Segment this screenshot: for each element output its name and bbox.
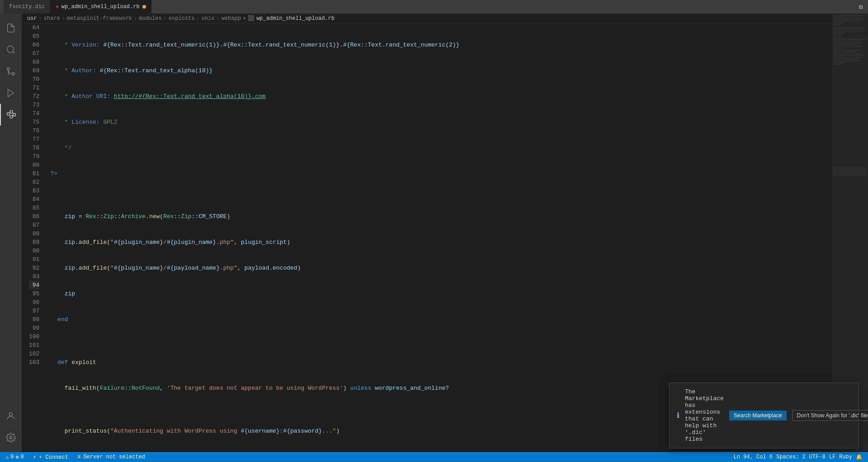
svg-rect-25	[834, 42, 863, 43]
notification-popup: ℹ The Marketplace has extensions that ca…	[669, 383, 859, 448]
layout-button[interactable]: ⊟	[857, 3, 864, 10]
activity-icon-account[interactable]	[0, 405, 22, 427]
svg-rect-34	[834, 59, 859, 60]
svg-rect-27	[834, 46, 863, 47]
bc-filename: wp_admin_shell_upload.rb	[256, 15, 335, 22]
svg-rect-7	[13, 113, 15, 116]
tab-fsocity[interactable]: fsocity.dic	[4, 0, 50, 14]
svg-rect-37	[834, 64, 840, 65]
svg-rect-12	[834, 17, 861, 18]
activity-icon-files[interactable]	[0, 17, 22, 39]
bc-metasploit: metasploit-framework	[67, 15, 132, 22]
svg-rect-36	[834, 62, 845, 63]
svg-rect-29	[834, 50, 859, 51]
svg-rect-21	[834, 34, 842, 35]
status-spaces[interactable]: Spaces: 2	[774, 454, 807, 460]
svg-rect-13	[834, 19, 863, 20]
status-server[interactable]: ≡ Server not selected	[75, 452, 147, 462]
svg-rect-20	[834, 33, 845, 33]
activity-icon-run[interactable]	[0, 82, 22, 104]
tab-fsocity-label: fsocity.dic	[9, 4, 45, 10]
svg-rect-30	[834, 51, 856, 52]
svg-rect-35	[834, 61, 860, 61]
error-icon: ⚠	[5, 454, 9, 461]
status-language[interactable]: Ruby	[837, 454, 854, 460]
svg-rect-8	[10, 116, 13, 118]
tab-group: fsocity.dic ● wp_admin_shell_upload.rb	[4, 0, 151, 14]
warning-icon: ⊗	[15, 454, 19, 461]
svg-point-9	[9, 413, 12, 416]
svg-point-2	[12, 73, 15, 75]
bc-file: ⬛	[248, 15, 255, 22]
tab-wp-admin[interactable]: ● wp_admin_shell_upload.rb	[50, 0, 151, 14]
status-encoding[interactable]: UTF-8	[807, 454, 827, 460]
svg-rect-31	[834, 53, 862, 54]
svg-rect-26	[834, 44, 860, 45]
tab-modified-indicator	[142, 5, 146, 9]
svg-rect-15	[834, 23, 843, 23]
breadcrumb: usr › share › metasploit-framework › mod…	[22, 14, 832, 23]
bell-icon: 🔔	[856, 454, 863, 461]
svg-marker-4	[8, 89, 14, 97]
tab-rb-icon: ●	[56, 4, 59, 9]
svg-rect-16	[834, 24, 840, 25]
title-bar-right: ⊟	[857, 3, 864, 10]
tab-wp-admin-label: wp_admin_shell_upload.rb	[61, 4, 140, 10]
svg-rect-5	[7, 112, 10, 115]
svg-rect-6	[10, 111, 13, 113]
connect-icon: ⚡	[33, 454, 36, 461]
activity-icon-extensions[interactable]	[0, 104, 22, 126]
status-connect[interactable]: ⚡ ⚡ Connect	[31, 452, 70, 462]
bc-share: share	[44, 15, 60, 22]
svg-rect-14	[834, 21, 859, 22]
svg-rect-22	[834, 37, 843, 38]
btn-search-marketplace[interactable]: Search Marketplace	[729, 411, 787, 420]
svg-rect-17	[834, 27, 865, 28]
svg-rect-32	[834, 55, 864, 56]
svg-rect-24	[834, 41, 861, 42]
btn-dont-show-again[interactable]: Don't Show Again for '.dic' files	[792, 410, 868, 421]
bc-unix: unix	[202, 15, 215, 22]
svg-rect-11	[834, 15, 865, 16]
bc-modules: modules	[139, 15, 161, 22]
svg-line-1	[13, 51, 14, 53]
activity-icon-source-control[interactable]	[0, 61, 22, 82]
activity-icon-search[interactable]	[0, 39, 22, 61]
status-errors[interactable]: ⚠ 0 ⊗ 0	[4, 452, 26, 462]
svg-point-0	[7, 46, 14, 53]
svg-rect-33	[834, 57, 861, 58]
svg-point-10	[9, 436, 12, 439]
status-eol[interactable]: LF	[827, 454, 837, 460]
bc-usr: usr	[27, 15, 37, 22]
bc-webapp: webapp	[222, 15, 241, 22]
svg-rect-28	[834, 48, 843, 49]
status-bar: ⚠ 0 ⊗ 0 ⚡ ⚡ Connect ≡ Server not selecte…	[0, 452, 868, 462]
svg-point-3	[7, 68, 10, 70]
status-right: Ln 94, Col 6 Spaces: 2 UTF-8 LF Ruby 🔔	[732, 454, 864, 461]
svg-rect-23	[834, 39, 866, 40]
activity-bar	[0, 14, 22, 452]
notification-icon: ℹ	[677, 411, 679, 420]
status-feedback[interactable]: 🔔	[854, 454, 864, 461]
svg-rect-38	[833, 167, 867, 176]
title-bar: fsocity.dic ● wp_admin_shell_upload.rb ⊟	[0, 0, 868, 14]
status-position[interactable]: Ln 94, Col 6	[732, 454, 774, 460]
bc-exploits: exploits	[169, 15, 195, 22]
notification-text: The Marketplace has extensions that can …	[685, 388, 724, 443]
svg-rect-19	[834, 31, 864, 32]
activity-icon-settings[interactable]	[0, 427, 22, 448]
server-icon: ≡	[77, 454, 80, 460]
svg-rect-18	[834, 29, 863, 30]
line-numbers: 6465666768 6970717273 7475767778 7980818…	[22, 23, 47, 452]
